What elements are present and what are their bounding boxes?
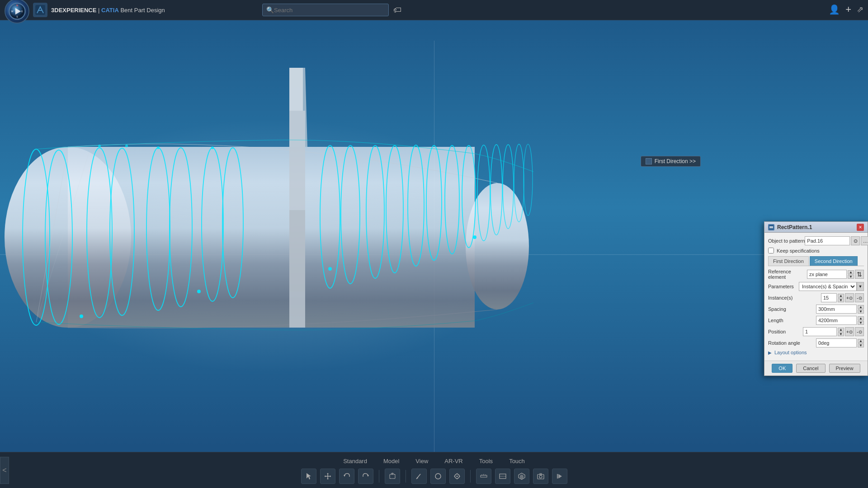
svg-rect-76 bbox=[557, 474, 558, 479]
layout-arrow-icon: ▶ bbox=[768, 350, 772, 355]
length-spinners: ▲ ▼ bbox=[858, 316, 864, 325]
parameters-label: Parameters bbox=[768, 284, 794, 289]
tab-tools[interactable]: Tools bbox=[476, 456, 496, 466]
section-btn[interactable] bbox=[495, 469, 510, 484]
sketch-btn[interactable] bbox=[411, 469, 427, 484]
search-input[interactable] bbox=[274, 7, 385, 14]
spacing-input[interactable] bbox=[816, 305, 857, 314]
object-to-pattern-more[interactable]: … bbox=[861, 236, 868, 245]
first-direction-tab[interactable]: First Direction bbox=[768, 256, 809, 266]
instances-input[interactable] bbox=[821, 293, 837, 302]
position-input[interactable] bbox=[803, 327, 837, 336]
tooltip-icon bbox=[646, 158, 652, 164]
rotation-spin-up[interactable]: ▲ bbox=[858, 339, 864, 343]
parameters-dropdown-btn[interactable]: ▼ bbox=[857, 282, 864, 291]
spacing-row: Spacing ▲ ▼ bbox=[768, 305, 864, 314]
reference-element-reverse[interactable]: ⇅ bbox=[855, 270, 864, 279]
length-input[interactable] bbox=[816, 316, 857, 325]
redo-btn[interactable] bbox=[358, 469, 373, 484]
logo-area: N E S W 3DEXPERIENCE | CATIA Bent Part D… bbox=[0, 0, 170, 23]
svg-point-73 bbox=[539, 475, 542, 478]
dialog-close-button[interactable]: × bbox=[857, 224, 864, 231]
position-spin-up[interactable]: ▲ bbox=[838, 328, 844, 332]
layout-options[interactable]: ▶ Layout options bbox=[768, 350, 864, 355]
share-icon[interactable]: ⇗ bbox=[857, 5, 863, 14]
rotation-angle-spinners: ▲ ▼ bbox=[858, 339, 864, 347]
position-input-group: ▲ ▼ +⊙ -⊙ bbox=[803, 327, 864, 336]
dialog-title-icon bbox=[768, 224, 774, 230]
svg-rect-78 bbox=[769, 226, 773, 227]
bottom-toolbar: Standard Model View AR-VR Tools Touch < bbox=[0, 452, 868, 488]
position-spin-down[interactable]: ▼ bbox=[838, 332, 844, 336]
instances-spin-down[interactable]: ▼ bbox=[838, 298, 844, 302]
rotation-angle-label: Rotation angle bbox=[768, 340, 800, 346]
object-to-pattern-action[interactable]: ⊙ bbox=[851, 236, 860, 245]
measure-btn[interactable] bbox=[476, 469, 491, 484]
length-spin-down[interactable]: ▼ bbox=[858, 321, 864, 325]
constraint-btn[interactable] bbox=[449, 469, 465, 484]
cancel-button[interactable]: Cancel bbox=[796, 364, 825, 373]
position-action1[interactable]: +⊙ bbox=[845, 327, 854, 336]
spacing-spin-up[interactable]: ▲ bbox=[858, 305, 864, 309]
undo-btn[interactable] bbox=[339, 469, 354, 484]
instances-row: Instance(s) ▲ ▼ +⊙ -⊙ bbox=[768, 293, 864, 302]
viewport: First Direction >> bbox=[0, 20, 868, 488]
compass-icon[interactable]: N E S W bbox=[5, 0, 29, 23]
add-icon[interactable]: + bbox=[845, 4, 851, 15]
ref-spin-up[interactable]: ▲ bbox=[848, 270, 854, 274]
spacing-spin-down[interactable]: ▼ bbox=[858, 310, 864, 314]
ok-button[interactable]: OK bbox=[772, 364, 793, 373]
ref-spin-down[interactable]: ▼ bbox=[848, 275, 854, 279]
toolbar-tabs: Standard Model View AR-VR Tools Touch bbox=[340, 456, 528, 466]
reference-element-input[interactable] bbox=[807, 270, 847, 279]
dialog-body: Object to pattern ⊙ … Keep specification… bbox=[764, 233, 868, 361]
render-btn[interactable] bbox=[514, 469, 529, 484]
length-spin-up[interactable]: ▲ bbox=[858, 316, 864, 320]
tab-standard[interactable]: Standard bbox=[340, 456, 371, 466]
select-tool-btn[interactable] bbox=[301, 469, 316, 484]
rotation-angle-row: Rotation angle ▲ ▼ bbox=[768, 338, 864, 347]
instances-spin-up[interactable]: ▲ bbox=[838, 294, 844, 298]
length-row: Length ▲ ▼ bbox=[768, 316, 864, 325]
tab-ar-vr[interactable]: AR-VR bbox=[441, 456, 466, 466]
svg-marker-53 bbox=[344, 475, 345, 477]
toolbar-collapse[interactable]: < bbox=[0, 457, 9, 484]
svg-marker-50 bbox=[325, 475, 326, 477]
circle-btn[interactable] bbox=[430, 469, 446, 484]
rotation-angle-input[interactable] bbox=[816, 338, 857, 347]
second-direction-tab[interactable]: Second Direction bbox=[810, 256, 858, 266]
tab-view[interactable]: View bbox=[412, 456, 432, 466]
user-avatar[interactable]: 👤 bbox=[829, 4, 840, 15]
parameters-select[interactable]: Instance(s) & Spacing bbox=[799, 282, 857, 291]
instances-action1[interactable]: +⊙ bbox=[845, 293, 854, 302]
topbar: N E S W 3DEXPERIENCE | CATIA Bent Part D… bbox=[0, 0, 868, 20]
svg-text:W: W bbox=[11, 10, 13, 13]
parameters-row: Parameters Instance(s) & Spacing ▼ bbox=[768, 282, 864, 291]
tab-touch[interactable]: Touch bbox=[505, 456, 528, 466]
box-select-btn[interactable] bbox=[385, 469, 400, 484]
translate-btn[interactable] bbox=[320, 469, 335, 484]
dialog-title-text: RectPattern.1 bbox=[777, 224, 812, 230]
tag-icon[interactable]: 🏷 bbox=[393, 5, 401, 15]
svg-marker-49 bbox=[330, 475, 331, 477]
object-to-pattern-input[interactable] bbox=[805, 236, 850, 245]
instances-spinners: ▲ ▼ bbox=[838, 294, 844, 302]
svg-text:N: N bbox=[16, 4, 18, 7]
rotation-spin-down[interactable]: ▼ bbox=[858, 343, 864, 347]
separator-1 bbox=[379, 470, 379, 483]
separator-3 bbox=[470, 470, 471, 483]
instances-input-group: ▲ ▼ +⊙ -⊙ bbox=[821, 293, 864, 302]
search-bar[interactable]: 🔍 bbox=[262, 4, 389, 16]
svg-marker-52 bbox=[327, 479, 329, 479]
object-to-pattern-row: Object to pattern ⊙ … bbox=[768, 236, 864, 245]
position-action2[interactable]: -⊙ bbox=[855, 327, 864, 336]
position-row: Position ▲ ▼ +⊙ -⊙ bbox=[768, 327, 864, 336]
keep-specifications-checkbox[interactable] bbox=[768, 248, 774, 253]
rotation-angle-input-group: ▲ ▼ bbox=[816, 338, 864, 347]
first-direction-tooltip[interactable]: First Direction >> bbox=[641, 156, 701, 167]
instances-action2[interactable]: -⊙ bbox=[855, 293, 864, 302]
preview-button[interactable]: Preview bbox=[829, 364, 860, 373]
record-btn[interactable] bbox=[552, 469, 567, 484]
snapshot-btn[interactable] bbox=[533, 469, 548, 484]
tab-model[interactable]: Model bbox=[380, 456, 403, 466]
